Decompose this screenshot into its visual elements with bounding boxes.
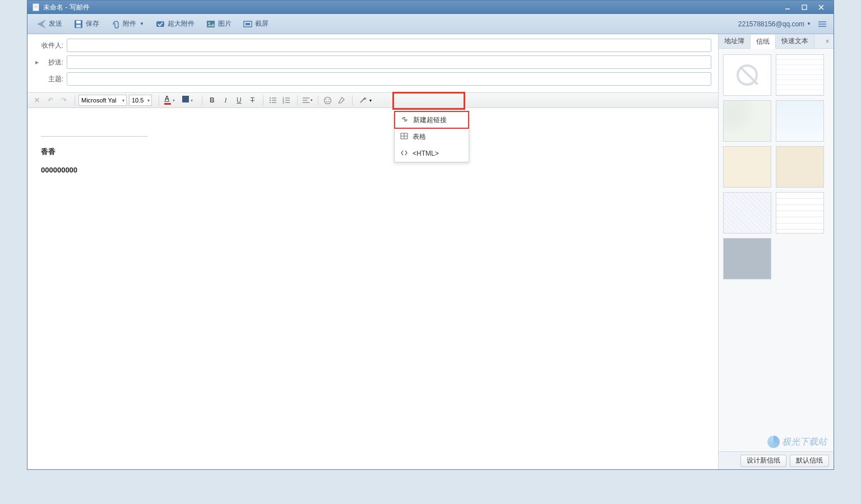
save-button[interactable]: 保存	[70, 17, 103, 31]
table-icon	[400, 132, 408, 142]
paperclip-icon	[110, 19, 121, 29]
code-icon	[400, 149, 408, 158]
stationery-item[interactable]	[776, 100, 824, 142]
redo-button[interactable]: ↷	[58, 95, 70, 106]
stationery-item[interactable]	[723, 100, 771, 142]
cc-input[interactable]	[67, 55, 711, 69]
side-tabs: 地址簿 信纸 快速文本 ×	[719, 34, 834, 49]
compose-window: 未命名 - 写邮件 发送 保存 附件 ▼ 超大附件 图片	[27, 0, 834, 470]
bigattach-icon	[155, 19, 165, 29]
svg-rect-11	[156, 21, 164, 27]
bold-button[interactable]: B	[206, 95, 218, 106]
maximize-button[interactable]	[797, 2, 812, 12]
screenshot-icon	[243, 19, 253, 29]
svg-rect-9	[76, 21, 81, 24]
account-email: 2215788156@qq.com	[738, 20, 804, 28]
underline-button[interactable]: U	[233, 95, 245, 106]
subject-row: 主题:	[34, 72, 711, 86]
send-icon	[36, 19, 47, 29]
svg-rect-5	[802, 5, 807, 10]
tab-stationery[interactable]: 信纸	[751, 35, 776, 49]
clear-format-button[interactable]	[335, 95, 348, 106]
panel-toggle-button[interactable]	[818, 19, 828, 29]
minimize-button[interactable]	[780, 2, 795, 12]
stationery-item[interactable]	[776, 54, 824, 96]
highlight-box	[392, 92, 465, 110]
svg-point-25	[270, 100, 271, 101]
to-input[interactable]	[67, 39, 711, 52]
undo-button[interactable]: ↶	[44, 95, 57, 106]
account-selector[interactable]: 2215788156@qq.com ▼	[738, 20, 811, 28]
wand-icon	[359, 96, 367, 105]
close-panel-button[interactable]: ×	[821, 34, 834, 48]
image-button[interactable]: 图片	[202, 17, 235, 31]
image-icon	[206, 19, 216, 29]
subject-input[interactable]	[67, 72, 711, 86]
side-panel: 地址簿 信纸 快速文本 × 设计新信纸 默认信纸	[719, 34, 834, 469]
menu-item-hyperlink[interactable]: 新建超链接	[394, 111, 469, 129]
image-label: 图片	[218, 19, 232, 29]
stationery-item[interactable]	[776, 192, 824, 234]
stationery-item[interactable]	[723, 238, 771, 279]
svg-point-40	[328, 99, 330, 100]
insert-dropdown-button[interactable]: ▾	[356, 95, 375, 106]
stationery-item[interactable]	[723, 192, 771, 234]
body: 收件人: ▶抄送: 主题: ✕ ↶ ↷ Microsof	[27, 34, 834, 469]
font-family-select[interactable]: Microsoft Yal▾	[78, 95, 127, 106]
header-fields: 收件人: ▶抄送: 主题:	[27, 34, 718, 92]
menu-label: 表格	[413, 132, 426, 142]
cc-row: ▶抄送:	[34, 55, 711, 69]
strikethrough-button[interactable]: T	[246, 95, 258, 106]
menu-item-table[interactable]: 表格	[395, 128, 469, 145]
svg-rect-0	[33, 4, 39, 11]
attach-button[interactable]: 附件 ▼	[107, 17, 147, 31]
window-title: 未命名 - 写邮件	[43, 3, 780, 12]
none-icon	[737, 64, 758, 86]
send-button[interactable]: 发送	[33, 17, 66, 31]
app-icon	[32, 3, 40, 11]
svg-rect-22	[182, 96, 189, 102]
insert-dropdown-menu: 新建超链接 表格 <HTML>	[394, 111, 469, 162]
svg-point-13	[208, 22, 210, 24]
emoji-button[interactable]	[322, 95, 333, 106]
main-area: 收件人: ▶抄送: 主题: ✕ ↶ ↷ Microsof	[27, 34, 719, 469]
svg-point-21	[818, 26, 820, 27]
tab-quicktext[interactable]: 快速文本	[776, 34, 814, 48]
x-button: ✕	[31, 95, 43, 106]
stationery-item[interactable]	[723, 146, 771, 188]
svg-point-23	[270, 97, 271, 99]
stationery-item[interactable]	[776, 146, 824, 188]
side-footer: 设计新信纸 默认信纸	[719, 451, 834, 469]
bigattach-button[interactable]: 超大附件	[152, 17, 198, 31]
to-label: 收件人:	[34, 41, 67, 50]
menu-label: <HTML>	[413, 150, 439, 157]
svg-rect-15	[246, 23, 250, 25]
chevron-down-icon: ▼	[807, 21, 811, 26]
screenshot-button[interactable]: 截屏	[239, 17, 272, 31]
align-button[interactable]: ▾	[301, 95, 313, 106]
svg-text:3: 3	[283, 101, 284, 104]
editor-body[interactable]: 香香 000000000	[27, 108, 718, 469]
save-icon	[73, 19, 84, 29]
save-label: 保存	[86, 19, 99, 29]
stationery-item-none[interactable]	[723, 54, 771, 96]
italic-button[interactable]: I	[219, 95, 232, 106]
highlight-color-button[interactable]: ▾	[180, 95, 196, 106]
close-button[interactable]	[813, 2, 829, 12]
expand-icon[interactable]: ▶	[35, 60, 39, 65]
menu-label: 新建超链接	[413, 115, 447, 125]
menu-item-html[interactable]: <HTML>	[395, 145, 469, 162]
editor-toolbar: ✕ ↶ ↷ Microsoft Yal▾ 10.5▾ A ▾ ▾	[27, 92, 718, 108]
screenshot-label: 截屏	[255, 19, 269, 29]
number-list-button[interactable]: 123	[280, 95, 293, 106]
signature-name: 香香	[41, 147, 705, 157]
attach-label: 附件	[123, 19, 136, 29]
svg-point-19	[818, 21, 820, 22]
default-stationery-button[interactable]: 默认信纸	[790, 455, 829, 467]
svg-point-38	[324, 97, 331, 104]
font-color-button[interactable]: A ▾	[163, 95, 178, 106]
design-stationery-button[interactable]: 设计新信纸	[740, 455, 786, 467]
tab-addressbook[interactable]: 地址簿	[719, 34, 751, 48]
font-size-select[interactable]: 10.5▾	[129, 95, 152, 106]
bullet-list-button[interactable]	[267, 95, 279, 106]
